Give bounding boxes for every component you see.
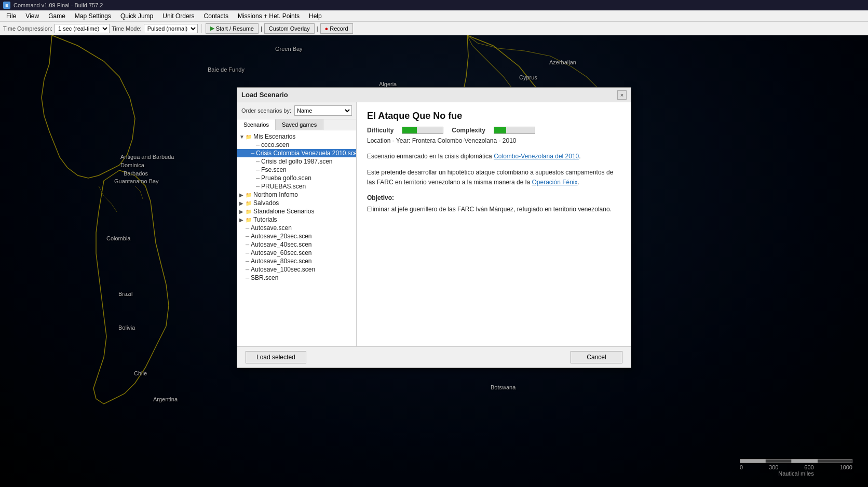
file-icon: ─ [256,167,260,173]
tree-label: Autosave_100sec.scen [251,266,315,273]
load-selected-button[interactable]: Load selected [246,351,306,363]
file-icon: ─ [251,151,254,156]
menu-help[interactable]: Help [305,11,326,21]
file-icon: ─ [246,234,249,239]
tree-item-autosave60[interactable]: ─ Autosave_60sec.scen [237,249,356,257]
menu-game[interactable]: Game [44,11,70,21]
app-icon: E [3,2,10,9]
tree-label: Crisis del golfo 1987.scen [261,158,332,165]
tree-item-mis-escenarios[interactable]: ▼ 📁 Mis Escenarios [237,132,356,141]
tree-label: Standalone Scenarios [253,208,314,215]
dialog-close-button[interactable]: × [617,90,627,100]
tab-scenarios[interactable]: Scenarios [237,119,276,130]
menu-quick-jump[interactable]: Quick Jump [116,11,157,21]
tree-label: Autosave_80sec.scen [251,258,311,265]
start-resume-button[interactable]: ▶ Start / Resume [206,23,259,34]
dialog-footer: Load selected Cancel [237,346,631,368]
tree-label: Autosave_60sec.scen [251,249,311,256]
tab-saved-games[interactable]: Saved games [276,119,323,130]
play-icon: ▶ [210,25,214,32]
tree-label: coco.scen [261,141,289,148]
time-mode-label: Time Mode: [112,25,142,32]
location-label: Location - Year: [367,137,410,144]
expand-icon: ▶ [239,217,245,223]
location-value: Frontera Colombo-Venezolana - 2010 [412,137,517,144]
tree-label: Autosave_20sec.scen [251,233,311,240]
custom-overlay-button[interactable]: Custom Overlay [264,23,315,34]
toolbar-sep: | [317,25,318,32]
desc-2-end: . [578,179,579,186]
desc-1-text: Escenario enmarcado en la crisis diplomá… [367,153,494,160]
file-icon: ─ [246,225,249,231]
complexity-fill [494,127,506,133]
file-icon: ─ [256,159,260,165]
tree-item-fse[interactable]: ─ Fse.scen [237,166,356,174]
tree-label: Autosave.scen [251,224,292,232]
file-icon: ─ [246,267,249,273]
tree-item-tutorials[interactable]: ▶ 📁 Tutorials [237,215,356,224]
tree-item-autosave20[interactable]: ─ Autosave_20sec.scen [237,232,356,240]
tree-item-prueba-golfo[interactable]: ─ Prueba golfo.scen [237,174,356,182]
folder-icon: 📁 [246,209,252,214]
time-mode-select[interactable]: Pulsed (normal) [144,24,198,33]
menu-file[interactable]: File [2,11,20,21]
tree-item-coco[interactable]: ─ coco.scen [237,141,356,149]
link-operacion-fenix[interactable]: Operación Fénix [532,179,577,186]
scenario-title: El Ataque Que No fue [367,111,620,121]
order-by-label: Order scenarios by: [241,107,291,114]
tree-label: Autosave_40sec.scen [251,241,311,248]
dialog-title: Load Scenario [241,91,288,99]
order-by-select[interactable]: Name [294,105,352,116]
order-by-row: Order scenarios by: Name [237,102,356,119]
file-tree[interactable]: ▼ 📁 Mis Escenarios ─ coco.scen ─ Crisis … [237,130,356,346]
load-scenario-dialog: Load Scenario × Order scenarios by: Name… [237,87,631,368]
file-icon: ─ [246,250,249,256]
tree-label: SBR.scen [251,274,278,281]
folder-icon: 📁 [246,217,252,223]
complexity-label: Complexity [452,127,485,134]
objective-header: Objetivo: [367,194,620,201]
menu-bar: File View Game Map Settings Quick Jump U… [0,10,868,22]
tree-label: Salvados [253,199,279,207]
menu-map-settings[interactable]: Map Settings [71,11,115,21]
menu-unit-orders[interactable]: Unit Orders [158,11,198,21]
tree-item-pruebas[interactable]: ─ PRUEBAS.scen [237,182,356,191]
link-colombo-venezolana[interactable]: Colombo-Venezolana del 2010 [494,153,579,160]
folder-icon: 📁 [246,134,252,140]
location-row: Location - Year: Frontera Colombo-Venezo… [367,137,620,144]
menu-contacts[interactable]: Contacts [200,11,233,21]
time-compression-label: Time Compression: [3,25,52,32]
toolbar-divider-1 [201,24,202,33]
time-compression-select[interactable]: 1 sec (real-time) [55,24,110,33]
file-icon: ─ [246,259,249,264]
expand-icon: ▶ [239,209,245,214]
cancel-button[interactable]: Cancel [571,351,622,363]
record-button[interactable]: ● Record [320,23,353,34]
complexity-bar [494,127,535,134]
tree-item-northom[interactable]: ▶ 📁 Northom Infomo [237,191,356,199]
record-icon: ● [325,25,329,32]
custom-overlay-label: Custom Overlay [269,25,310,32]
tree-item-autosave100[interactable]: ─ Autosave_100sec.scen [237,265,356,274]
menu-missions[interactable]: Missions + Het. Points [234,11,304,21]
tree-item-sbr[interactable]: ─ SBR.scen [237,274,356,282]
tree-item-crisis-golfo[interactable]: ─ Crisis del golfo 1987.scen [237,157,356,166]
difficulty-label: Difficulty [367,127,394,134]
tree-item-crisis-colombia[interactable]: ─ Crisis Colombia Venezuela 2010.scen [237,149,356,157]
tree-item-autosave40[interactable]: ─ Autosave_40sec.scen [237,240,356,249]
folder-icon: 📁 [246,192,252,198]
tree-item-autosave[interactable]: ─ Autosave.scen [237,224,356,232]
tree-item-salvados[interactable]: ▶ 📁 Salvados [237,199,356,207]
objective-text: Eliminar al jefe guerrillero de las FARC… [367,205,620,214]
left-panel: Order scenarios by: Name Scenarios Saved… [237,102,357,346]
tree-item-autosave80[interactable]: ─ Autosave_80sec.scen [237,257,356,265]
title-bar: E Command v1.09 Final - Build 757.2 [0,0,868,10]
tree-label: Fse.scen [261,166,287,173]
expand-icon: ▼ [239,134,245,140]
menu-view[interactable]: View [21,11,43,21]
file-icon: ─ [256,184,260,190]
file-icon: ─ [256,175,260,181]
tree-item-standalone[interactable]: ▶ 📁 Standalone Scenarios [237,207,356,215]
difficulty-fill [402,127,416,133]
custom-overlay-label: | [261,25,262,32]
